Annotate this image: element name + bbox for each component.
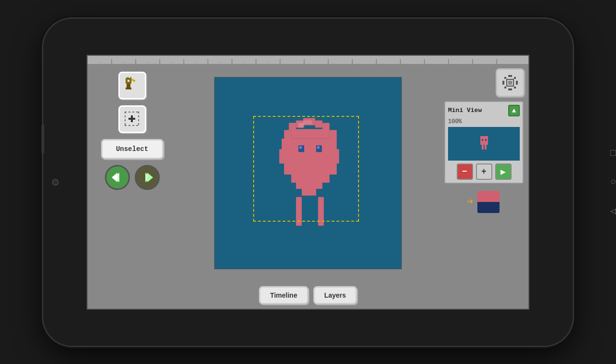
zoom-in-button[interactable]: + — [476, 163, 492, 180]
settings-button[interactable] — [496, 68, 525, 97]
mini-canvas-svg — [470, 129, 499, 158]
svg-rect-70 — [282, 138, 336, 151]
square-icon: □ — [610, 148, 616, 159]
front-camera — [52, 179, 59, 186]
color-section: ➜ — [465, 188, 503, 216]
svg-rect-48 — [138, 112, 139, 113]
mini-view-controls: − + ▶ — [448, 163, 520, 180]
mini-view-up-button[interactable]: ▲ — [508, 105, 520, 116]
svg-rect-87 — [516, 81, 518, 85]
stamp-tool-button[interactable] — [118, 72, 146, 100]
layers-label: Layers — [324, 291, 346, 299]
svg-rect-47 — [125, 123, 126, 125]
svg-rect-90 — [504, 87, 506, 88]
nav-square-button[interactable]: □ — [610, 147, 616, 159]
circle-icon: ○ — [610, 176, 616, 188]
unselect-button[interactable]: Unselect — [101, 139, 164, 159]
svg-rect-84 — [508, 75, 512, 77]
svg-rect-57 — [128, 118, 135, 120]
svg-rect-31 — [126, 82, 131, 84]
svg-rect-45 — [125, 115, 126, 117]
svg-marker-61 — [147, 173, 153, 182]
selection-icon — [124, 111, 141, 128]
svg-rect-49 — [138, 115, 139, 117]
phone-shell: // inline SVG ticks via CSS pseudo below — [43, 19, 573, 346]
layers-tab[interactable]: Layers — [313, 286, 357, 304]
svg-rect-0 — [88, 56, 528, 64]
nav-home-button[interactable]: ○ — [610, 176, 616, 188]
history-buttons — [105, 165, 160, 190]
minus-icon: − — [462, 167, 467, 176]
ruler-marks-svg: // inline SVG ticks via CSS pseudo below — [88, 56, 528, 64]
svg-rect-71 — [279, 149, 339, 163]
svg-rect-65 — [315, 121, 322, 128]
timeline-tab[interactable]: Timeline — [259, 286, 308, 304]
background-color — [477, 202, 500, 213]
svg-rect-35 — [128, 77, 128, 79]
undo-button[interactable] — [105, 165, 130, 190]
mini-view-panel: Mini View ▲ 100% — [444, 101, 524, 184]
back-icon: ◁ — [610, 206, 616, 217]
svg-rect-83 — [318, 197, 324, 226]
up-icon: ▲ — [512, 107, 516, 114]
svg-rect-43 — [136, 112, 138, 113]
svg-rect-38 — [131, 79, 133, 81]
svg-marker-59 — [112, 173, 117, 182]
svg-rect-29 — [126, 80, 128, 82]
timeline-label: Timeline — [270, 291, 297, 299]
svg-rect-30 — [129, 80, 131, 82]
svg-rect-85 — [508, 88, 512, 90]
svg-rect-51 — [138, 123, 139, 125]
svg-rect-46 — [125, 119, 126, 121]
color-arrow-icon: ➜ — [467, 195, 473, 208]
pixel-canvas[interactable] — [214, 77, 402, 269]
svg-rect-99 — [482, 139, 483, 141]
svg-rect-91 — [514, 87, 516, 88]
plus-icon: + — [481, 167, 487, 176]
color-swatch[interactable] — [476, 189, 501, 214]
svg-rect-100 — [485, 139, 487, 141]
gear-icon — [501, 74, 519, 91]
svg-rect-33 — [127, 86, 130, 88]
svg-rect-32 — [127, 84, 130, 86]
selection-tool-button[interactable] — [118, 105, 146, 133]
svg-rect-55 — [136, 125, 138, 126]
mini-view-canvas[interactable] — [448, 127, 520, 161]
svg-rect-81 — [317, 146, 320, 149]
svg-rect-37 — [127, 77, 128, 78]
svg-rect-82 — [296, 197, 302, 226]
svg-rect-39 — [133, 80, 135, 82]
svg-rect-80 — [299, 146, 302, 149]
svg-rect-41 — [128, 112, 130, 113]
left-toolbar: Unselect — [88, 64, 177, 282]
foreground-color — [477, 191, 500, 202]
device-screen: // inline SVG ticks via CSS pseudo below — [87, 55, 529, 310]
redo-button[interactable] — [135, 165, 160, 190]
svg-rect-94 — [508, 81, 512, 85]
ruler-top: // inline SVG ticks via CSS pseudo below — [88, 56, 528, 64]
zoom-out-button[interactable]: − — [457, 163, 473, 180]
android-nav-bar: □ ○ ◁ — [610, 147, 616, 217]
svg-rect-75 — [302, 188, 316, 196]
stamp-icon — [124, 77, 141, 94]
svg-rect-72 — [284, 163, 336, 175]
nav-back-button[interactable]: ◁ — [610, 205, 616, 217]
svg-rect-89 — [514, 77, 516, 79]
volume-button — [41, 125, 44, 153]
undo-icon — [111, 171, 124, 184]
svg-rect-68 — [291, 129, 330, 138]
svg-rect-53 — [128, 125, 130, 126]
svg-rect-98 — [485, 144, 487, 150]
redo-icon — [141, 171, 154, 184]
unselect-label: Unselect — [116, 145, 148, 153]
right-panel: Mini View ▲ 100% — [439, 64, 528, 282]
svg-rect-67 — [284, 130, 291, 139]
mini-view-zoom-label: 100% — [448, 118, 520, 125]
play-button[interactable]: ▶ — [495, 163, 512, 180]
svg-rect-77 — [303, 121, 312, 125]
bottom-tabs: Timeline Layers — [177, 282, 439, 309]
canvas-area[interactable] — [177, 64, 439, 282]
svg-rect-96 — [480, 136, 488, 145]
svg-rect-97 — [482, 144, 484, 150]
svg-rect-50 — [138, 119, 139, 121]
